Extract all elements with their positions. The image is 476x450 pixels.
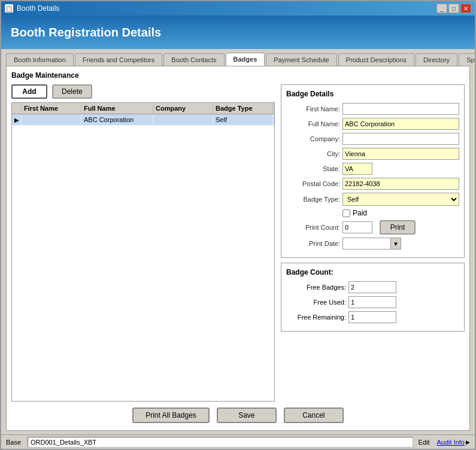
tab-directory[interactable]: Directory <box>416 53 457 66</box>
save-button[interactable]: Save <box>217 408 277 423</box>
print-date-input[interactable] <box>342 238 390 250</box>
company-label: Company: <box>286 135 340 142</box>
tab-booth-information[interactable]: Booth Information <box>6 53 74 66</box>
free-used-label: Free Used: <box>286 299 346 306</box>
cell-first-name <box>22 114 81 125</box>
right-section: Badge Details First Name: Full Name: Com… <box>281 84 465 402</box>
paid-label: Paid <box>353 209 367 217</box>
print-count-input[interactable] <box>342 221 372 233</box>
state-label: State: <box>286 165 340 172</box>
print-all-badges-button[interactable]: Print All Badges <box>132 408 210 423</box>
tab-payment-schedule[interactable]: Payment Schedule <box>266 53 336 66</box>
status-arrow: ▶ <box>466 439 470 445</box>
free-remaining-label: Free Remaining: <box>286 314 346 321</box>
postal-code-input[interactable] <box>342 178 459 190</box>
minimize-button[interactable]: _ <box>436 4 447 13</box>
tab-friends-competitors[interactable]: Friends and Competitors <box>75 53 162 66</box>
badge-table: First Name Full Name Company Badge Type … <box>11 102 275 402</box>
tab-space[interactable]: Space <box>459 53 475 66</box>
free-badges-input[interactable] <box>348 281 396 293</box>
tab-product-descriptions[interactable]: Product Descriptions <box>338 53 415 66</box>
free-remaining-input[interactable] <box>348 311 396 323</box>
toolbar: Add Delete <box>11 84 275 99</box>
full-name-input[interactable] <box>342 118 459 130</box>
state-input[interactable] <box>342 163 372 175</box>
print-date-label: Print Date: <box>286 240 340 247</box>
company-input[interactable] <box>342 133 459 145</box>
page-title: Booth Registration Details <box>11 26 161 39</box>
delete-button[interactable]: Delete <box>52 84 92 99</box>
main-panel: Badge Maintenance Add Delete First Name … <box>6 66 470 431</box>
col-arrow <box>12 103 22 114</box>
first-name-input[interactable] <box>342 103 459 115</box>
badge-details-title: Badge Details <box>286 90 459 98</box>
badge-details-box: Badge Details First Name: Full Name: Com… <box>281 84 465 258</box>
status-label: Base <box>6 439 28 446</box>
status-bar: Base ORD001_Details_XBT Edit Audit Info … <box>1 434 475 449</box>
print-count-label: Print Count: <box>286 224 340 231</box>
postal-code-label: Postal Code: <box>286 180 340 187</box>
col-full-name: Full Name <box>81 103 153 114</box>
panel-title: Badge Maintenance <box>11 71 465 80</box>
badge-maintenance-content: Add Delete First Name Full Name Company … <box>11 84 465 402</box>
left-section: Add Delete First Name Full Name Company … <box>11 84 275 402</box>
company-row: Company: <box>286 133 459 145</box>
city-label: City: <box>286 150 340 157</box>
main-window: 📋 Booth Details _ □ ✕ Booth Registration… <box>0 0 476 450</box>
tab-badges[interactable]: Badges <box>226 53 265 66</box>
print-count-row: Print Count: Print <box>286 220 459 235</box>
free-badges-label: Free Badges: <box>286 284 346 291</box>
cell-company <box>153 114 213 125</box>
col-badge-type: Badge Type <box>213 103 273 114</box>
bottom-buttons: Print All Badges Save Cancel <box>11 402 465 425</box>
table-body: ▶ ABC Corporation Self <box>12 114 274 126</box>
badge-type-row: Badge Type: Self <box>286 193 459 206</box>
state-row: State: <box>286 163 459 175</box>
postal-code-row: Postal Code: <box>286 178 459 190</box>
free-remaining-row: Free Remaining: <box>286 311 459 323</box>
window-icon: 📋 <box>5 4 13 13</box>
col-first-name: First Name <box>22 103 81 114</box>
close-button[interactable]: ✕ <box>460 4 471 13</box>
full-name-label: Full Name: <box>286 120 340 127</box>
maximize-button[interactable]: □ <box>448 4 459 13</box>
city-row: City: <box>286 148 459 160</box>
audit-info-link[interactable]: Audit Info <box>437 439 465 446</box>
free-used-input[interactable] <box>348 296 396 308</box>
tab-booth-contacts[interactable]: Booth Contacts <box>163 53 224 66</box>
full-name-row: Full Name: <box>286 118 459 130</box>
status-value: ORD001_Details_XBT <box>28 437 413 448</box>
window-title: Booth Details <box>17 4 59 13</box>
status-edit: Edit <box>413 439 437 446</box>
title-bar: 📋 Booth Details _ □ ✕ <box>1 1 475 16</box>
cell-badge-type: Self <box>213 114 273 125</box>
city-input[interactable] <box>342 148 459 160</box>
first-name-label: First Name: <box>286 105 340 113</box>
cell-full-name: ABC Corporation <box>81 114 153 125</box>
print-button[interactable]: Print <box>380 220 416 235</box>
badge-count-box: Badge Count: Free Badges: Free Used: Fre… <box>281 263 465 332</box>
badge-count-title: Badge Count: <box>286 268 459 276</box>
header-bar: Booth Registration Details <box>1 16 475 49</box>
print-date-wrap: ▼ <box>342 238 401 250</box>
row-arrow-icon: ▶ <box>12 114 22 125</box>
add-button[interactable]: Add <box>11 84 47 99</box>
badge-type-label: Badge Type: <box>286 196 340 203</box>
table-header: First Name Full Name Company Badge Type <box>12 103 274 114</box>
free-badges-row: Free Badges: <box>286 281 459 293</box>
first-name-row: First Name: <box>286 103 459 115</box>
paid-row: Paid <box>342 209 459 217</box>
tabs-row: Booth Information Friends and Competitor… <box>6 53 470 66</box>
content-area: Booth Information Friends and Competitor… <box>1 49 475 434</box>
col-company: Company <box>153 103 213 114</box>
print-date-row: Print Date: ▼ <box>286 238 459 250</box>
cancel-button[interactable]: Cancel <box>284 408 344 423</box>
print-date-dropdown-button[interactable]: ▼ <box>390 238 401 250</box>
free-used-row: Free Used: <box>286 296 459 308</box>
table-row[interactable]: ▶ ABC Corporation Self <box>12 114 274 126</box>
paid-checkbox[interactable] <box>342 209 350 217</box>
badge-type-select[interactable]: Self <box>342 193 459 206</box>
